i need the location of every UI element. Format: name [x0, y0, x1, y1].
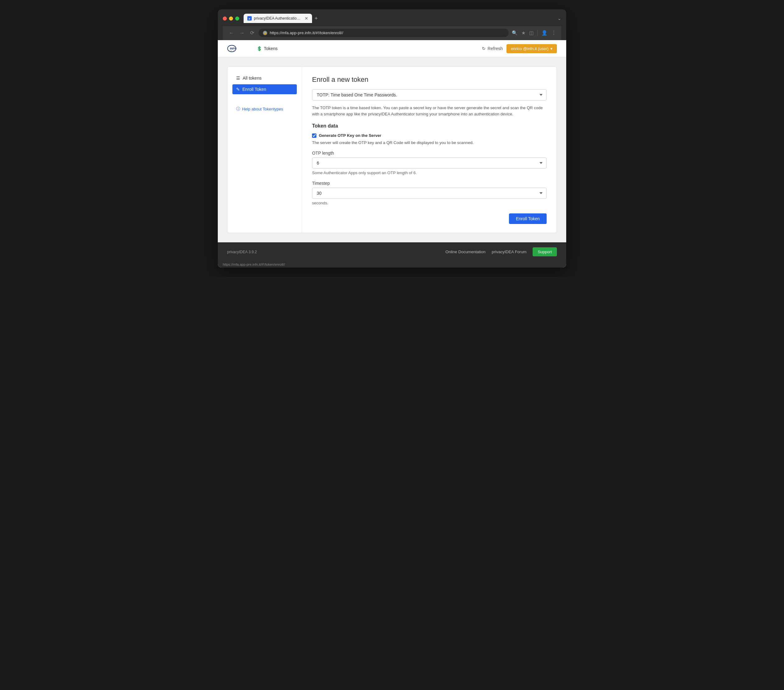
tab-label: privacyIDEA Authentication S: [254, 16, 301, 21]
otp-length-field: OTP length 6 8 Some Authenticator Apps o…: [312, 151, 547, 175]
generate-otp-label[interactable]: Generate OTP Key on the Server: [319, 133, 381, 138]
forward-button[interactable]: →: [238, 29, 246, 37]
traffic-lights: [223, 16, 239, 21]
status-url: https://mfa.app-pre.infn.it/#!/token/enr…: [223, 263, 285, 266]
otp-length-hint: Some Authenticator Apps only support an …: [312, 170, 547, 175]
timestep-label: Timestep: [312, 181, 547, 186]
token-data-title: Token data: [312, 123, 547, 129]
list-icon: ☰: [236, 76, 240, 81]
back-button[interactable]: ←: [228, 29, 235, 37]
enroll-token-button[interactable]: Enroll Token: [509, 213, 547, 224]
tab-close-icon[interactable]: ✕: [305, 16, 308, 21]
profile-icon[interactable]: 👤: [541, 30, 548, 36]
main-content: ☰ All tokens ✎ Enroll Token ⓘ Help about…: [218, 57, 566, 242]
user-menu-button[interactable]: enrico @infn.it (user) ▾: [506, 44, 557, 53]
browser-titlebar: p privacyIDEA Authentication S ✕ + ⌄ ← →…: [218, 9, 566, 40]
tab-expand-icon[interactable]: ⌄: [558, 16, 561, 21]
tokens-nav-tab[interactable]: 💲 Tokens: [252, 43, 282, 54]
timestep-select[interactable]: 30 60: [312, 188, 547, 199]
refresh-icon: ↻: [482, 46, 486, 51]
footer-links: Online Documentation privacyIDEA Forum S…: [446, 247, 557, 256]
search-icon[interactable]: 🔍: [512, 30, 518, 36]
address-bar[interactable]: 🔒 https://mfa.app-pre.infn.it/#!/token/e…: [259, 29, 509, 37]
infn-logo-svg: INFN CCR · AAI: [227, 44, 246, 53]
refresh-button[interactable]: ↻ Refresh: [482, 46, 503, 51]
sidebar-item-all-tokens[interactable]: ☰ All tokens: [232, 73, 297, 83]
sidebar-item-enroll-token[interactable]: ✎ Enroll Token: [232, 84, 297, 94]
app-body: INFN CCR · AAI 💲 Tokens ↻ Refresh enrico…: [218, 40, 566, 268]
user-dropdown-icon: ▾: [550, 46, 553, 51]
address-icons: 🔍 ★ ◫ 👤 ⋮: [512, 30, 556, 36]
generate-otp-checkbox[interactable]: [312, 133, 316, 138]
timestep-unit: seconds.: [312, 201, 547, 205]
enroll-token-label: Enroll Token: [242, 87, 266, 92]
svg-text:INFN: INFN: [230, 47, 236, 50]
footer-version: privacyIDEA 3.9.2: [227, 250, 257, 254]
separator: [537, 30, 538, 36]
address-text: https://mfa.app-pre.infn.it/#!/token/enr…: [270, 30, 343, 35]
refresh-label: Refresh: [488, 46, 503, 51]
content-card: ☰ All tokens ✎ Enroll Token ⓘ Help about…: [227, 67, 557, 233]
sidebar-help[interactable]: ⓘ Help about Tokentypes: [232, 104, 297, 114]
close-traffic-light[interactable]: [223, 16, 227, 21]
browser-tabs: p privacyIDEA Authentication S ✕ + ⌄: [244, 14, 561, 23]
browser-addressbar: ← → ⟳ 🔒 https://mfa.app-pre.infn.it/#!/t…: [223, 26, 561, 40]
all-tokens-label: All tokens: [243, 76, 262, 81]
enroll-action: Enroll Token: [312, 211, 547, 224]
info-icon: ⓘ: [236, 106, 240, 112]
tokens-tab-label: Tokens: [264, 46, 278, 51]
extension-icon[interactable]: ◫: [529, 30, 534, 36]
otp-length-select[interactable]: 6 8: [312, 157, 547, 169]
forum-link[interactable]: privacyIDEA Forum: [492, 249, 526, 254]
user-label: enrico @infn.it (user): [511, 46, 548, 51]
token-description: The TOTP token is a time based token. Yo…: [312, 105, 547, 117]
main-panel: Enroll a new token TOTP: Time based One …: [302, 67, 557, 233]
tab-favicon: p: [247, 16, 252, 21]
browser-window: p privacyIDEA Authentication S ✕ + ⌄ ← →…: [218, 9, 566, 268]
token-type-select[interactable]: TOTP: Time based One Time Passwords.: [312, 89, 547, 100]
active-tab[interactable]: p privacyIDEA Authentication S ✕: [244, 14, 312, 23]
fullscreen-traffic-light[interactable]: [235, 16, 239, 21]
svg-text:CCR · AAI: CCR · AAI: [229, 50, 236, 52]
generate-otp-row: Generate OTP Key on the Server: [312, 133, 547, 138]
new-tab-button[interactable]: +: [315, 15, 318, 22]
minimize-traffic-light[interactable]: [229, 16, 233, 21]
server-description: The server will create the OTP key and a…: [312, 140, 547, 145]
otp-length-label: OTP length: [312, 151, 547, 156]
support-button[interactable]: Support: [533, 247, 557, 256]
page-title: Enroll a new token: [312, 76, 547, 84]
header-actions: ↻ Refresh enrico @infn.it (user) ▾: [482, 44, 557, 53]
app-logo: INFN CCR · AAI: [227, 44, 246, 53]
menu-icon[interactable]: ⋮: [551, 30, 556, 36]
help-label: Help about Tokentypes: [242, 107, 283, 111]
bookmark-icon[interactable]: ★: [521, 30, 525, 36]
reload-button[interactable]: ⟳: [249, 29, 255, 37]
sidebar: ☰ All tokens ✎ Enroll Token ⓘ Help about…: [227, 67, 302, 233]
address-favicon-icon: 🔒: [263, 31, 267, 35]
app-nav: 💲 Tokens: [252, 43, 282, 54]
docs-link[interactable]: Online Documentation: [446, 249, 486, 254]
tokens-tab-icon: 💲: [257, 46, 262, 51]
app-footer: privacyIDEA 3.9.2 Online Documentation p…: [218, 242, 566, 261]
help-link[interactable]: ⓘ Help about Tokentypes: [236, 106, 293, 112]
enroll-icon: ✎: [236, 87, 240, 92]
timestep-field: Timestep 30 60 seconds.: [312, 181, 547, 205]
status-bar: https://mfa.app-pre.infn.it/#!/token/enr…: [218, 261, 566, 268]
app-header: INFN CCR · AAI 💲 Tokens ↻ Refresh enrico…: [218, 40, 566, 57]
